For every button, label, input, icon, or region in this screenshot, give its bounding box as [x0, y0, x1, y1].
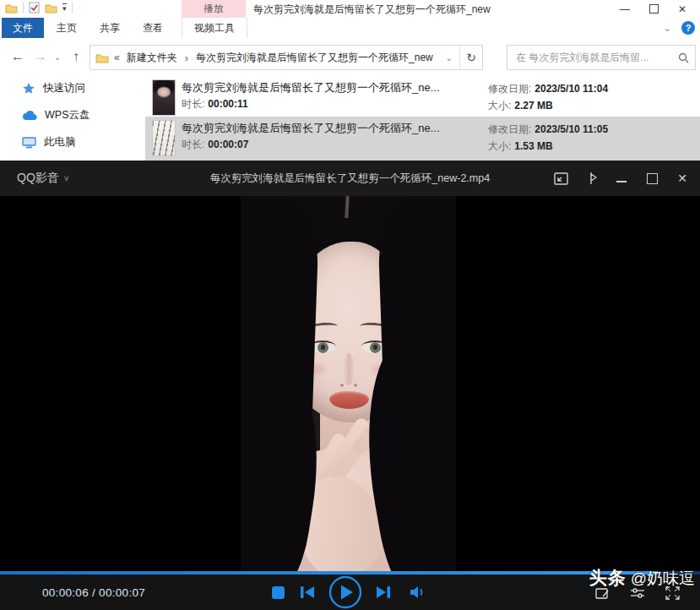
file-duration: 时长:00:00:11	[182, 97, 248, 112]
contextual-tab-play[interactable]: 播放	[182, 0, 246, 18]
window-title: 每次剪完刘海就是后悔留长了又想剪一个死循环_new	[253, 3, 491, 17]
minimize-button[interactable]: —	[610, 0, 639, 18]
window-controls: — ✕	[610, 0, 697, 18]
watermark-brand: 头条	[589, 568, 627, 587]
modified-line: 修改日期:2023/5/10 11:04	[488, 80, 608, 97]
up-button[interactable]: ↑	[66, 39, 86, 74]
app-menu[interactable]: QQ影音 ˅	[17, 161, 69, 196]
qq-player-window: QQ影音 ˅ 每次剪完刘海就是后悔留长了又想剪一个死循环_new-2.mp4 ✕	[0, 161, 700, 610]
modified-value: 2023/5/10 11:05	[534, 123, 608, 135]
previous-button[interactable]	[297, 575, 317, 610]
file-row-selected[interactable]: 每次剪完刘海就是后悔留长了又想剪一个死循环_ne... 时长:00:00:07 …	[145, 117, 700, 161]
stop-button[interactable]	[269, 575, 287, 610]
duration-value: 00:00:07	[208, 139, 248, 150]
player-maximize-button[interactable]	[643, 169, 661, 188]
player-minimize-button[interactable]	[612, 169, 631, 188]
back-button[interactable]: ←	[7, 39, 29, 74]
modified-line: 修改日期:2023/5/10 11:05	[488, 121, 608, 138]
properties-icon[interactable]	[29, 2, 40, 14]
search-icon[interactable]	[678, 52, 689, 63]
breadcrumb-item-parent[interactable]: 新建文件夹	[127, 51, 177, 65]
watermark: 头条@奶味逗	[589, 566, 695, 590]
player-close-button[interactable]: ✕	[673, 169, 692, 188]
file-details: 修改日期:2023/5/10 11:05 大小:1.53 MB	[488, 121, 608, 155]
breadcrumb[interactable]: « 新建文件夹 › 每次剪完刘海就是后悔留长了又想剪一个死循环_new ⌄ ↻	[90, 45, 483, 70]
duration-label: 时长:	[182, 139, 204, 150]
computer-icon	[22, 137, 36, 149]
size-line: 大小:2.27 MB	[488, 97, 608, 114]
volume-icon	[409, 585, 427, 600]
size-label: 大小:	[488, 140, 511, 152]
maximize-button[interactable]	[639, 0, 668, 18]
folder-icon[interactable]	[5, 3, 18, 14]
modified-label: 修改日期:	[488, 123, 531, 135]
star-icon	[22, 82, 35, 95]
app-name: QQ影音	[17, 171, 59, 186]
close-button[interactable]: ✕	[668, 0, 697, 18]
breadcrumb-separator-icon[interactable]: ›	[185, 52, 188, 64]
explorer-main: 快速访问 WPS云盘 此电脑 每次剪完刘海就是后悔留长了又想剪一个死循环_ne.…	[0, 74, 700, 161]
file-details: 修改日期:2023/5/10 11:04 大小:2.27 MB	[488, 80, 608, 114]
toolbar-divider	[72, 2, 73, 14]
player-title: 每次剪完刘海就是后悔留长了又想剪一个死循环_new-2.mp4	[210, 161, 490, 196]
player-titlebar: QQ影音 ˅ 每次剪完刘海就是后悔留长了又想剪一个死循环_new-2.mp4 ✕	[0, 161, 700, 196]
screen: ▾ 播放 每次剪完刘海就是后悔留长了又想剪一个死循环_new — ✕ 文件 主页…	[0, 0, 700, 610]
tab-share[interactable]: 共享	[90, 18, 130, 38]
time-display: 00:00:06 / 00:00:07	[42, 575, 145, 610]
explorer-titlebar: ▾ 播放 每次剪完刘海就是后悔留长了又想剪一个死循环_new — ✕	[0, 0, 700, 18]
search-input[interactable]	[514, 51, 672, 64]
previous-icon	[299, 585, 316, 599]
minimize-icon	[616, 181, 627, 182]
file-name: 每次剪完刘海就是后悔留长了又想剪一个死循环_ne...	[182, 80, 440, 95]
ribbon-tabs: 文件 主页 共享 查看 视频工具 ⌄ ?	[0, 18, 700, 40]
portrait-iris	[370, 342, 381, 353]
help-button[interactable]: ?	[681, 21, 695, 35]
video-frame[interactable]	[241, 196, 456, 571]
cloud-icon	[22, 110, 37, 121]
breadcrumb-overflow-icon[interactable]: «	[114, 52, 120, 63]
sidebar-item-this-pc[interactable]: 此电脑	[22, 135, 76, 150]
sidebar-item-quick-access[interactable]: 快速访问	[22, 81, 85, 95]
tab-video-tools[interactable]: 视频工具	[182, 18, 247, 38]
recent-locations-icon[interactable]: ⌄	[51, 39, 64, 74]
next-button[interactable]	[373, 575, 393, 610]
play-icon	[328, 575, 362, 609]
breadcrumb-item-current[interactable]: 每次剪完刘海就是后悔留长了又想剪一个死循环_new	[196, 51, 439, 65]
tab-home[interactable]: 主页	[46, 18, 87, 38]
pin-on-top-button[interactable]	[582, 169, 600, 188]
file-row[interactable]: 每次剪完刘海就是后悔留长了又想剪一个死循环_ne... 时长:00:00:11 …	[145, 76, 700, 117]
folder-icon	[95, 52, 109, 63]
stop-icon	[272, 586, 285, 599]
volume-button[interactable]	[407, 575, 429, 610]
size-line: 大小:1.53 MB	[488, 138, 608, 155]
mini-mode-icon	[554, 172, 568, 185]
navigation-pane: 快速访问 WPS云盘 此电脑	[0, 74, 145, 161]
tab-file[interactable]: 文件	[2, 18, 44, 38]
pin-icon	[585, 172, 598, 185]
ribbon-collapse-icon[interactable]: ⌄	[664, 23, 671, 34]
portrait-iris	[317, 342, 328, 353]
mini-mode-button[interactable]	[551, 169, 570, 188]
file-duration: 时长:00:00:07	[182, 138, 248, 152]
toolbar-divider	[23, 2, 24, 14]
refresh-button[interactable]: ↻	[459, 46, 482, 68]
sidebar-item-label: 此电脑	[44, 135, 76, 150]
modified-label: 修改日期:	[488, 83, 531, 95]
play-button[interactable]	[328, 575, 363, 610]
ribbon-right-controls: ⌄ ?	[664, 18, 695, 38]
address-dropdown-icon[interactable]: ⌄	[439, 53, 459, 63]
sidebar-item-wps-cloud[interactable]: WPS云盘	[22, 108, 90, 123]
maximize-icon	[647, 173, 658, 184]
tab-view[interactable]: 查看	[133, 18, 173, 38]
video-thumbnail	[152, 79, 176, 116]
qat-dropdown-icon[interactable]: ▾	[62, 3, 67, 13]
search-box	[507, 45, 696, 70]
new-folder-icon[interactable]	[45, 3, 57, 14]
portrait-nose	[343, 353, 355, 385]
duration-label: 时长:	[182, 98, 204, 110]
forward-button[interactable]: →	[30, 39, 51, 74]
file-list: 每次剪完刘海就是后悔留长了又想剪一个死循环_ne... 时长:00:00:11 …	[145, 74, 700, 161]
sidebar-item-label: 快速访问	[43, 81, 85, 95]
watermark-handle: @奶味逗	[631, 569, 695, 587]
app-menu-caret-icon: ˅	[64, 174, 69, 183]
